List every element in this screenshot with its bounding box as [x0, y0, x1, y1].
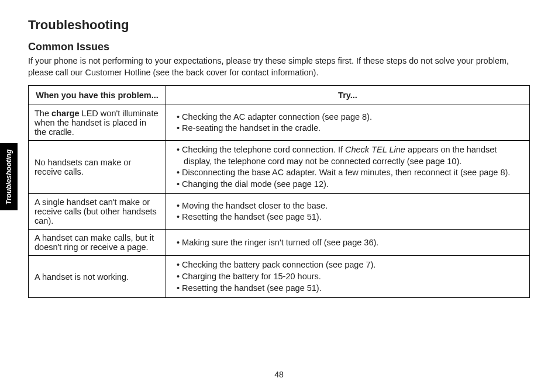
- problem-cell: A handset can make calls, but it doesn't…: [29, 230, 166, 256]
- table-row: A handset can make calls, but it doesn't…: [29, 230, 530, 256]
- header-problem: When you have this problem...: [29, 86, 166, 105]
- list-item: Disconnecting the base AC adapter. Wait …: [177, 167, 523, 179]
- list-item: Re-seating the handset in the cradle.: [177, 123, 523, 134]
- list-item: Resetting the handset (see page 51).: [177, 283, 523, 294]
- list-item: Moving the handset closer to the base.: [177, 200, 523, 212]
- list-item: Charging the battery for 15-20 hours.: [177, 271, 523, 283]
- page-number: 48: [0, 370, 558, 379]
- problem-cell: A handset is not working.: [29, 256, 166, 298]
- list-item: Resetting the handset (see page 51).: [177, 211, 523, 223]
- list-item: Changing the dial mode (see page 12).: [177, 179, 523, 190]
- try-cell: Moving the handset closer to the base. R…: [166, 194, 530, 230]
- side-tab-label: Troubleshooting: [5, 149, 13, 204]
- page-content: Troubleshooting Common Issues If your ph…: [0, 0, 558, 310]
- try-cell: Checking the battery pack connection (se…: [166, 256, 530, 298]
- table-header-row: When you have this problem... Try...: [29, 86, 530, 105]
- intro-paragraph: If your phone is not performing to your …: [28, 55, 530, 78]
- table-row: The charge LED won't illuminate when the…: [29, 105, 530, 141]
- list-item: Checking the AC adapter connection (see …: [177, 112, 523, 123]
- section-subtitle: Common Issues: [28, 41, 530, 53]
- try-cell: Making sure the ringer isn't turned off …: [166, 230, 530, 256]
- problem-cell: The charge LED won't illuminate when the…: [29, 105, 166, 141]
- page-title: Troubleshooting: [28, 18, 530, 33]
- troubleshooting-table: When you have this problem... Try... The…: [28, 85, 530, 298]
- problem-cell: A single handset can't make or receive c…: [29, 194, 166, 230]
- list-item: Checking the battery pack connection (se…: [177, 259, 523, 271]
- problem-cell: No handsets can make or receive calls.: [29, 141, 166, 194]
- table-row: No handsets can make or receive calls. C…: [29, 141, 530, 194]
- side-tab-troubleshooting: Troubleshooting: [0, 143, 18, 210]
- try-cell: Checking the telephone cord connection. …: [166, 141, 530, 194]
- list-item: Making sure the ringer isn't turned off …: [177, 237, 523, 249]
- table-row: A handset is not working. Checking the b…: [29, 256, 530, 298]
- header-try: Try...: [166, 86, 530, 105]
- try-cell: Checking the AC adapter connection (see …: [166, 105, 530, 141]
- table-row: A single handset can't make or receive c…: [29, 194, 530, 230]
- list-item: Checking the telephone cord connection. …: [177, 144, 523, 167]
